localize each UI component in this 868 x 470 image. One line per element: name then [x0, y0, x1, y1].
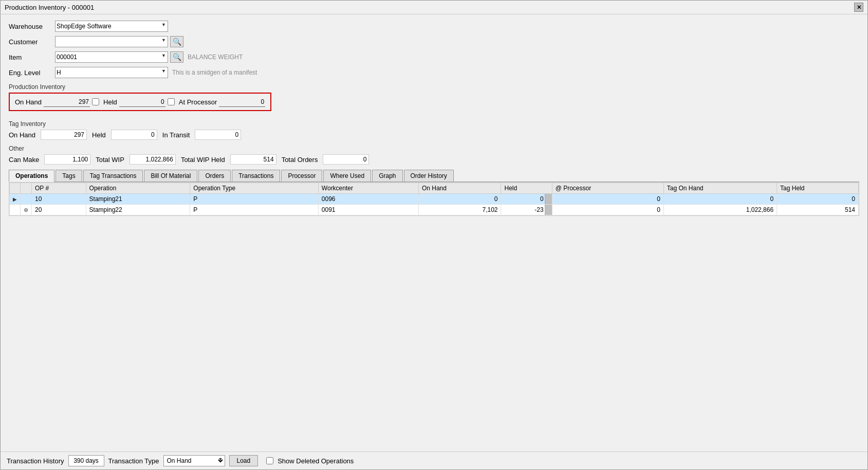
col-tag-on-hand[interactable]: Tag On Hand — [663, 183, 777, 194]
operations-table-container: OP # Operation Operation Type Workcenter… — [9, 182, 859, 216]
total-orders-label: Total Orders — [282, 156, 318, 164]
row-arrow-cell: ▶ — [10, 194, 21, 205]
tag-on-hand-input[interactable] — [41, 130, 87, 140]
title-bar: Production Inventory - 000001 ✕ — [1, 1, 867, 14]
row-arrow-icon: ▶ — [13, 196, 17, 202]
on-hand-label: On Hand — [15, 98, 42, 106]
tag-held-label: Held — [92, 131, 106, 139]
held-checkbox[interactable] — [168, 98, 175, 105]
balance-weight-link[interactable]: BALANCE WEIGHT — [188, 53, 243, 61]
table-row[interactable]: ▶ 10 Stamping21 P 0096 0 0 0 0 0 — [10, 194, 859, 205]
warehouse-select[interactable]: ShopEdge Software — [55, 21, 168, 32]
col-operation-type[interactable]: Operation Type — [190, 183, 319, 194]
transaction-history-input[interactable] — [68, 455, 104, 466]
col-on-hand[interactable]: On Hand — [418, 183, 501, 194]
bottom-bar: Transaction History Transaction Type On … — [1, 451, 867, 469]
item-search-button[interactable]: 🔍 — [170, 51, 183, 63]
transaction-type-select[interactable]: On Hand Held At Processor — [163, 455, 225, 466]
row-tag-held: 514 — [777, 205, 859, 215]
load-button[interactable]: Load — [229, 455, 258, 466]
customer-search-button[interactable]: 🔍 — [170, 36, 183, 47]
warehouse-select-wrapper: ShopEdge Software — [55, 21, 168, 32]
transaction-type-select-wrapper: On Hand Held At Processor — [163, 455, 225, 466]
col-at-processor[interactable]: @ Processor — [552, 183, 663, 194]
row-held-scroll: -23 — [501, 205, 552, 215]
row-plus-cell — [21, 194, 32, 205]
table-row[interactable]: ⊕ 20 Stamping22 P 0091 7,102 -23 0 1,022… — [10, 205, 859, 215]
tab-tag-transactions[interactable]: Tag Transactions — [83, 170, 143, 182]
manifest-text: This is a smidgen of a manifest — [172, 69, 257, 76]
tag-in-transit-input[interactable] — [195, 130, 241, 140]
tab-tags[interactable]: Tags — [56, 170, 82, 182]
row-tag-on-hand: 0 — [663, 194, 777, 205]
tag-in-transit-label: In Transit — [162, 131, 190, 139]
main-window: Production Inventory - 000001 ✕ Warehous… — [0, 0, 868, 470]
tabs-bar: Operations Tags Tag Transactions Bill Of… — [9, 170, 859, 182]
tab-bill-of-material[interactable]: Bill Of Material — [144, 170, 197, 182]
on-hand-input[interactable] — [44, 97, 90, 107]
row-expand-icon[interactable]: ⊕ — [24, 207, 28, 213]
customer-row: Customer 🔍 — [9, 36, 859, 47]
row-plus-cell: ⊕ — [21, 205, 32, 215]
production-inventory-section-label: Production Inventory — [9, 83, 859, 91]
show-deleted-checkbox[interactable] — [266, 457, 273, 464]
col-tag-held[interactable]: Tag Held — [777, 183, 859, 194]
eng-level-select[interactable]: H — [55, 67, 168, 78]
warehouse-row: Warehouse ShopEdge Software — [9, 21, 859, 32]
tab-processor[interactable]: Processor — [281, 170, 322, 182]
item-row: Item 000001 🔍 BALANCE WEIGHT — [9, 51, 859, 63]
operations-table: OP # Operation Operation Type Workcenter… — [9, 183, 859, 215]
col-op-num[interactable]: OP # — [32, 183, 86, 194]
tab-where-used[interactable]: Where Used — [323, 170, 371, 182]
col-workcenter[interactable]: Workcenter — [318, 183, 418, 194]
transaction-history-label: Transaction History — [7, 457, 64, 465]
row-operation: Stamping21 — [86, 194, 190, 205]
other-section-label: Other — [9, 145, 859, 152]
row-op-num: 20 — [32, 205, 86, 215]
can-make-input[interactable] — [44, 154, 90, 165]
row-workcenter: 0091 — [318, 205, 418, 215]
col-operation[interactable]: Operation — [86, 183, 190, 194]
row-at-processor: 0 — [552, 194, 663, 205]
held-input[interactable] — [119, 97, 165, 107]
tab-graph[interactable]: Graph — [372, 170, 402, 182]
item-select-wrapper: 000001 — [55, 51, 168, 63]
tag-inventory-section-label: Tag Inventory — [9, 120, 859, 128]
total-wip-held-label: Total WIP Held — [181, 156, 225, 164]
close-button[interactable]: ✕ — [854, 3, 863, 12]
item-select[interactable]: 000001 — [55, 51, 168, 63]
row-held-scroll: 0 — [501, 194, 552, 205]
row-tag-on-hand: 1,022,866 — [663, 205, 777, 215]
total-wip-held-input[interactable] — [230, 154, 276, 165]
total-orders-input[interactable] — [323, 154, 369, 165]
eng-level-row: Eng. Level H This is a smidgen of a mani… — [9, 67, 859, 78]
at-processor-input[interactable] — [219, 97, 265, 107]
customer-select-wrapper — [55, 36, 168, 47]
tab-operations[interactable]: Operations — [9, 170, 54, 182]
eng-level-select-wrapper: H — [55, 67, 168, 78]
row-at-processor: 0 — [552, 205, 663, 215]
row-on-hand: 7,102 — [418, 205, 501, 215]
tag-inventory-box: On Hand Held In Transit — [9, 130, 859, 140]
customer-select[interactable] — [55, 36, 168, 47]
other-box: Can Make Total WIP Total WIP Held Total … — [9, 154, 859, 165]
tag-held-input[interactable] — [111, 130, 157, 140]
total-wip-input[interactable] — [130, 154, 176, 165]
transaction-type-label: Transaction Type — [108, 457, 159, 465]
at-processor-group: At Processor — [179, 97, 265, 107]
customer-label: Customer — [9, 38, 55, 46]
tag-on-hand-label: On Hand — [9, 131, 35, 139]
tab-orders[interactable]: Orders — [198, 170, 231, 182]
col-held[interactable]: Held — [501, 183, 552, 194]
col-arrow — [10, 183, 21, 194]
tab-order-history[interactable]: Order History — [404, 170, 454, 182]
on-hand-checkbox[interactable] — [92, 98, 99, 105]
row-workcenter: 0096 — [318, 194, 418, 205]
at-processor-label: At Processor — [179, 98, 217, 106]
tab-transactions[interactable]: Transactions — [232, 170, 280, 182]
production-inventory-box: On Hand Held At Processor — [9, 93, 271, 111]
can-make-label: Can Make — [9, 156, 39, 164]
row-arrow-cell — [10, 205, 21, 215]
window-title: Production Inventory - 000001 — [5, 4, 94, 11]
held-group: Held — [103, 97, 175, 107]
